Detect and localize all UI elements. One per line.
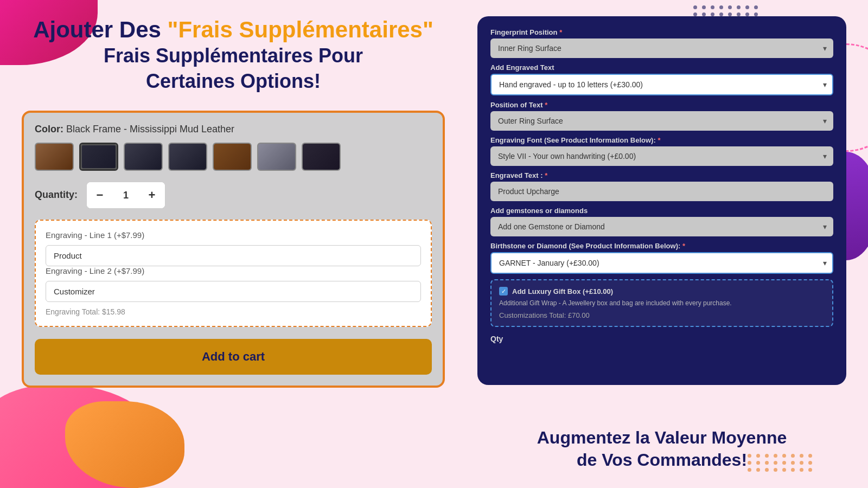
engraving-line1-input[interactable] xyxy=(46,245,421,266)
color-label: Color: Black Frame - Mississippi Mud Lea… xyxy=(35,124,432,135)
color-swatch[interactable] xyxy=(35,143,74,171)
engraved-text-group: Add Engraved Text Hand engraved - up to … xyxy=(490,63,833,95)
right-panel: Fingerprint Position * Inner Ring Surfac… xyxy=(477,16,846,472)
color-swatch-selected[interactable] xyxy=(79,143,118,171)
quantity-increase-button[interactable]: + xyxy=(139,182,165,208)
main-container: Ajouter Des "Frais Supplémentaires" Frai… xyxy=(0,0,868,488)
swatch-preview xyxy=(81,144,117,169)
font-select-wrapper: Style VII - Your own handwriting (+£0.00… xyxy=(490,146,833,166)
color-swatch[interactable] xyxy=(168,143,207,171)
headline-prefix: Ajouter Des xyxy=(33,17,167,42)
position-select[interactable]: Outer Ring Surface xyxy=(490,111,833,131)
birthstone-select-wrapper: GARNET - January (+£30.00) ▾ xyxy=(490,252,833,274)
gemstones-label: Add gemstones or diamonds xyxy=(490,207,833,215)
bottom-headline-line2: de Vos Commandes! xyxy=(477,449,846,472)
product-card: Color: Black Frame - Mississippi Mud Lea… xyxy=(22,111,445,388)
engraving-line2-input[interactable] xyxy=(46,281,421,302)
qty-label: Qty xyxy=(490,335,833,343)
quantity-label: Quantity: xyxy=(35,189,78,201)
gemstones-select-wrapper: Add one Gemstone or Diamond ▾ xyxy=(490,217,833,236)
bottom-headline: Augmentez la Valeur Moyenne de Vos Comma… xyxy=(477,417,846,472)
jewelry-card: Fingerprint Position * Inner Ring Surfac… xyxy=(477,16,846,385)
gift-box-checkbox-row: ✓ Add Luxury Gift Box (+£10.00) xyxy=(499,287,825,296)
gift-box-label: Add Luxury Gift Box (+£10.00) xyxy=(512,287,613,296)
headline-main: Ajouter Des "Frais Supplémentaires" xyxy=(22,16,445,43)
fingerprint-select[interactable]: Inner Ring Surface xyxy=(490,38,833,58)
swatch-preview xyxy=(169,144,206,170)
font-group: Engraving Font (See Product Information … xyxy=(490,136,833,166)
font-label: Engraving Font (See Product Information … xyxy=(490,136,833,144)
swatch-preview xyxy=(258,144,295,170)
font-select[interactable]: Style VII - Your own handwriting (+£0.00… xyxy=(490,146,833,166)
headline: Ajouter Des "Frais Supplémentaires" Frai… xyxy=(22,16,445,94)
left-panel: Ajouter Des "Frais Supplémentaires" Frai… xyxy=(22,16,445,472)
engraving-total: Engraving Total: $15.98 xyxy=(46,307,421,316)
gemstones-group: Add gemstones or diamonds Add one Gemsto… xyxy=(490,207,833,236)
fingerprint-select-wrapper: Inner Ring Surface ▾ xyxy=(490,38,833,58)
fingerprint-required: * xyxy=(559,28,562,36)
birthstone-label: Birthstone or Diamond (See Product Infor… xyxy=(490,242,833,250)
bottom-headline-line1: Augmentez la Valeur Moyenne xyxy=(477,427,846,450)
swatch-preview xyxy=(125,144,162,170)
add-to-cart-button[interactable]: Add to cart xyxy=(35,339,432,375)
gift-box-group: ✓ Add Luxury Gift Box (+£10.00) Addition… xyxy=(490,279,833,327)
quantity-row: Quantity: − 1 + xyxy=(35,182,432,209)
engraved-text-field-input[interactable] xyxy=(490,182,833,201)
color-swatch[interactable] xyxy=(257,143,296,171)
birthstone-group: Birthstone or Diamond (See Product Infor… xyxy=(490,242,833,274)
engraved-text-select[interactable]: Hand engraved - up to 10 letters (+£30.0… xyxy=(490,74,833,95)
color-swatches xyxy=(35,143,432,171)
gemstones-select[interactable]: Add one Gemstone or Diamond xyxy=(490,217,833,236)
customizations-total: Customizations Total: £70.00 xyxy=(499,311,825,319)
engraved-text-label: Add Engraved Text xyxy=(490,63,833,72)
engraving-field1-group: Engraving - Line 1 (+$7.99) xyxy=(46,230,421,266)
color-swatch[interactable] xyxy=(213,143,252,171)
gift-box-checkbox[interactable]: ✓ xyxy=(499,287,508,296)
position-select-wrapper: Outer Ring Surface ▾ xyxy=(490,111,833,131)
swatch-preview xyxy=(36,144,73,170)
swatch-preview xyxy=(303,144,340,170)
engraving-box: Engraving - Line 1 (+$7.99) Engraving - … xyxy=(35,220,432,327)
swatch-preview xyxy=(214,144,251,170)
color-swatch[interactable] xyxy=(124,143,163,171)
engraved-text-field-group: Engraved Text : * xyxy=(490,171,833,201)
engraving-line2-label: Engraving - Line 2 (+$7.99) xyxy=(46,266,421,275)
headline-line2: Frais Supplémentaires Pour xyxy=(22,43,445,69)
engraved-text-select-wrapper: Hand engraved - up to 10 letters (+£30.0… xyxy=(490,74,833,95)
fingerprint-group: Fingerprint Position * Inner Ring Surfac… xyxy=(490,28,833,58)
headline-highlight: "Frais Supplémentaires" xyxy=(168,17,433,42)
color-swatch[interactable] xyxy=(302,143,341,171)
position-group: Position of Text * Outer Ring Surface ▾ xyxy=(490,101,833,131)
engraving-field2-group: Engraving - Line 2 (+$7.99) xyxy=(46,266,421,302)
position-label: Position of Text * xyxy=(490,101,833,109)
gift-box-description: Additional Gift Wrap - A Jewellery box a… xyxy=(499,299,825,308)
quantity-decrease-button[interactable]: − xyxy=(87,182,113,208)
birthstone-select[interactable]: GARNET - January (+£30.00) xyxy=(490,252,833,274)
check-icon: ✓ xyxy=(501,288,506,295)
fingerprint-label: Fingerprint Position * xyxy=(490,28,833,36)
quantity-value: 1 xyxy=(113,182,139,208)
headline-line3: Certaines Options! xyxy=(22,69,445,94)
engraving-line1-label: Engraving - Line 1 (+$7.99) xyxy=(46,230,421,240)
engraved-text-field-label: Engraved Text : * xyxy=(490,171,833,179)
quantity-control: − 1 + xyxy=(86,182,165,209)
